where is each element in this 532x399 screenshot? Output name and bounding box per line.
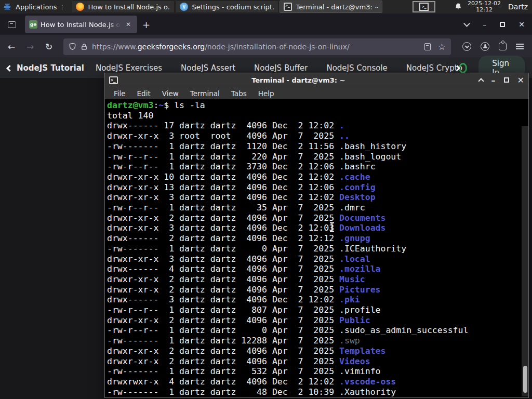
prompt-colon: : bbox=[153, 100, 158, 110]
account-icon[interactable] bbox=[481, 42, 489, 51]
list-all-tabs-icon[interactable] bbox=[463, 20, 470, 27]
terminal-menu-item[interactable]: Terminal bbox=[185, 88, 224, 99]
listing-meta: drwx------ 3 dartz dartz 4096 Dec 2 12:0… bbox=[107, 295, 339, 304]
listing-filename: .cache bbox=[339, 172, 370, 182]
listing-meta: -rw-r--r-- 1 dartz dartz 3730 Dec 2 12:0… bbox=[107, 162, 339, 171]
terminal-title: Terminal - dartz@vm3: ~ bbox=[118, 76, 479, 84]
listing-meta: drwxr-xr-x 10 dartz dartz 4096 Dec 2 12:… bbox=[107, 172, 339, 182]
listing-filename: . bbox=[339, 121, 344, 130]
bookmark-star-icon[interactable]: ☆ bbox=[438, 42, 446, 52]
terminal-scrollbar[interactable] bbox=[522, 126, 528, 396]
address-bar[interactable]: https://www.geeksforgeeks.org/node-js/in… bbox=[63, 38, 451, 55]
terminal-close-button[interactable]: ✕ bbox=[517, 75, 524, 85]
site-nav-links: NodeJS Exercises NodeJS Assert NodeJS Bu… bbox=[96, 63, 469, 73]
terminal-listing-row: drwx------ 2 dartz dartz 4096 Dec 2 12:1… bbox=[107, 233, 528, 244]
listing-filename: Music bbox=[339, 274, 365, 284]
shield-icon[interactable] bbox=[69, 43, 76, 50]
firefox-view-button[interactable] bbox=[3, 17, 21, 32]
panel-handle: ⋮ bbox=[60, 4, 65, 10]
taskbar-window-button[interactable]: Terminal - dartz@vm3: ~ bbox=[280, 1, 382, 13]
listing-meta: drwx------ 2 dartz dartz 4096 Dec 2 12:1… bbox=[107, 233, 339, 243]
listing-meta: drwxr-xr-x 2 dartz dartz 4096 Apr 7 2025 bbox=[107, 274, 339, 284]
listing-meta: drwxrwxr-x 4 dartz dartz 4096 Dec 2 12:0… bbox=[107, 377, 339, 387]
listing-filename: .swp bbox=[339, 336, 360, 345]
distro-logo-icon bbox=[4, 3, 12, 11]
listing-filename: .sudo_as_admin_successful bbox=[339, 325, 468, 335]
terminal-menu-item[interactable]: Tabs bbox=[227, 88, 251, 99]
terminal-listing-row: drwxr-xr-x 3 dartz dartz 4096 Dec 2 12:0… bbox=[107, 223, 528, 233]
app-menu-icon[interactable] bbox=[516, 44, 524, 49]
listing-filename: .bash_logout bbox=[339, 152, 401, 162]
extensions-icon[interactable] bbox=[499, 43, 507, 50]
terminal-listing-row: -rw-r--r-- 1 dartz dartz 3730 Dec 2 12:0… bbox=[107, 162, 528, 172]
taskbar-window-button[interactable]: Settings - codium script... bbox=[176, 1, 278, 13]
terminal-minimize-button[interactable]: – bbox=[491, 75, 496, 85]
site-nav-link[interactable]: NodeJS Buffer bbox=[254, 63, 308, 73]
window-shade-button[interactable] bbox=[478, 78, 484, 84]
terminal-listing-row: drwxr-xr-x 2 dartz dartz 4096 Apr 7 2025… bbox=[107, 274, 528, 285]
site-nav-link-label: NodeJS Buffer bbox=[254, 63, 308, 73]
tab-close-icon[interactable]: ✕ bbox=[124, 20, 133, 29]
terminal-listing-row: -rw------- 1 dartz dartz 532 Apr 7 2025 … bbox=[107, 366, 528, 377]
applications-menu[interactable]: Applications ⋮ bbox=[0, 0, 72, 14]
terminal-app-icon: >_ bbox=[109, 76, 118, 84]
listing-filename: Desktop bbox=[339, 192, 376, 202]
taskbar-window-title: Terminal - dartz@vm3: ~ bbox=[296, 3, 378, 11]
prompt-cwd: ~ bbox=[158, 100, 164, 110]
terminal-titlebar[interactable]: >_ Terminal - dartz@vm3: ~ – ✕ bbox=[105, 73, 528, 87]
terminal-menu-label: Tabs bbox=[231, 89, 247, 98]
site-nav-link[interactable]: NodeJS Console bbox=[326, 63, 387, 73]
nav-back-tutorial[interactable]: NodeJS Tutorial bbox=[7, 63, 84, 73]
lock-icon[interactable] bbox=[81, 43, 88, 50]
listing-filename: Templates bbox=[339, 346, 385, 356]
listing-meta: drwx------ 4 dartz dartz 4096 Apr 7 2025 bbox=[107, 264, 339, 274]
window-minimize-button[interactable]: – bbox=[483, 20, 486, 29]
desktop-panel: Applications ⋮ How to Install Node.js o.… bbox=[0, 0, 532, 14]
listing-meta: -rw-r--r-- 1 dartz dartz 220 Apr 7 2025 bbox=[107, 152, 339, 162]
reader-mode-icon[interactable] bbox=[424, 43, 431, 50]
prompt-user-host: dartz@vm3 bbox=[107, 100, 153, 110]
listing-meta: -rw------- 1 dartz dartz 0 Apr 7 2025 bbox=[107, 244, 339, 254]
terminal-maximize-button[interactable] bbox=[504, 77, 509, 83]
listing-meta: drwxr-xr-x 2 dartz dartz 4096 Apr 7 2025 bbox=[107, 285, 339, 295]
pocket-icon[interactable] bbox=[462, 42, 471, 51]
window-maximize-button[interactable] bbox=[500, 22, 505, 27]
terminal-menu-item[interactable]: Help bbox=[254, 88, 279, 99]
terminal-menu-label: Edit bbox=[137, 89, 151, 98]
terminal-scrollbar-thumb[interactable] bbox=[523, 366, 527, 393]
firefox-view-icon bbox=[8, 21, 16, 28]
terminal-output[interactable]: dartz@vm3:~$ ls -la total 140 drwx------… bbox=[105, 99, 528, 397]
site-nav-link[interactable]: NodeJS Exercises bbox=[96, 63, 162, 73]
terminal-menu-label: File bbox=[114, 89, 126, 98]
reload-button[interactable]: ↻ bbox=[41, 38, 57, 55]
listing-filename: .bash_history bbox=[339, 141, 406, 151]
firefox-toolbar: ← → ↻ https://www.geeksforgeeks.org/node… bbox=[0, 35, 532, 58]
taskbar-window-button[interactable]: How to Install Node.js o... bbox=[72, 1, 175, 13]
site-nav-link[interactable]: NodeJS Assert bbox=[181, 63, 235, 73]
panel-username[interactable]: Dartz bbox=[506, 3, 528, 11]
workspace-switcher[interactable]: >_ bbox=[413, 1, 435, 12]
browser-tab-active[interactable]: ge How to Install Node.js on ✕ bbox=[25, 16, 137, 33]
clock-time: 12:12 bbox=[468, 7, 501, 13]
listing-filename: .ICEauthority bbox=[339, 244, 406, 254]
terminal-menu-item[interactable]: View bbox=[157, 88, 183, 99]
site-nav-link-label: NodeJS Assert bbox=[181, 63, 235, 73]
listing-meta: drwxr-xr-x 3 dartz dartz 4096 Apr 7 2025 bbox=[107, 254, 339, 264]
url-scheme: https://www. bbox=[92, 43, 138, 51]
notification-bell-icon[interactable] bbox=[454, 3, 462, 11]
terminal-listing-row: drwxr-xr-x 3 dartz dartz 4096 Dec 2 12:0… bbox=[107, 192, 528, 203]
terminal-menu-item[interactable]: File bbox=[109, 88, 130, 99]
back-button[interactable]: ← bbox=[3, 38, 20, 55]
window-close-button[interactable]: ✕ bbox=[518, 20, 525, 29]
listing-filename: .viminfo bbox=[339, 366, 380, 376]
new-tab-button[interactable]: + bbox=[137, 18, 155, 31]
tab-title: How to Install Node.js on bbox=[41, 21, 121, 29]
listing-filename: Videos bbox=[339, 356, 370, 366]
listing-filename: .gnupg bbox=[339, 233, 370, 243]
panel-clock[interactable]: 2025-12-02 12:12 bbox=[468, 1, 501, 13]
terminal-listing-row: drwxr-xr-x 2 dartz dartz 4096 Apr 7 2025… bbox=[107, 315, 528, 326]
taskbar-window-title: How to Install Node.js o... bbox=[88, 3, 170, 11]
terminal-menu-item[interactable]: Edit bbox=[132, 88, 155, 99]
terminal-listing-row: drwx------ 3 dartz dartz 4096 Dec 2 12:0… bbox=[107, 295, 528, 305]
listing-filename: Downloads bbox=[339, 223, 385, 233]
